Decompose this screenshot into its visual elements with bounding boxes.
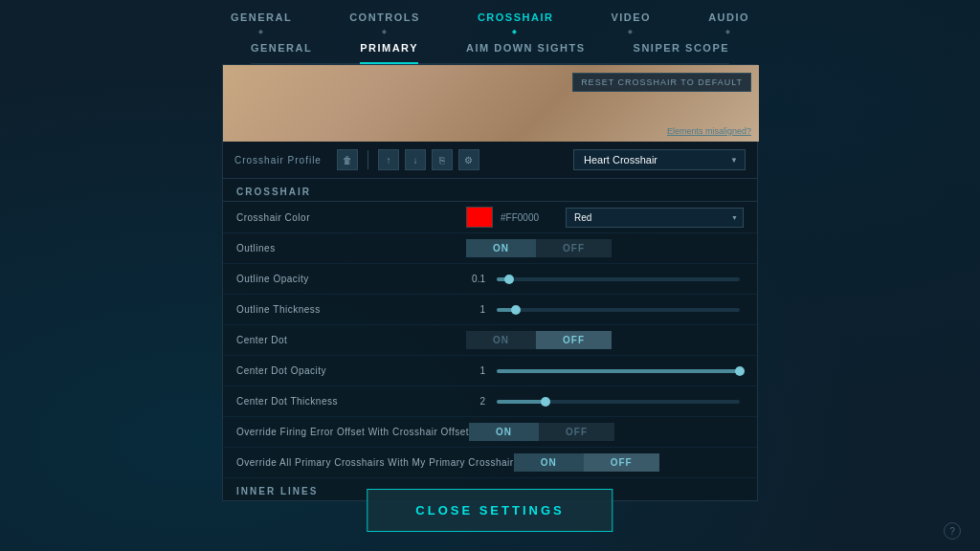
- center-dot-opacity-slider[interactable]: [497, 369, 740, 373]
- copy-profile-button[interactable]: ⎘: [432, 149, 453, 170]
- top-nav-crosshair[interactable]: CROSSHAIR: [478, 11, 554, 27]
- outline-opacity-label: Outline Opacity: [236, 274, 466, 284]
- delete-profile-button[interactable]: 🗑: [337, 149, 358, 170]
- center-dot-control: On Off: [466, 331, 744, 349]
- override-firing-off-button[interactable]: Off: [539, 423, 614, 441]
- top-nav-video[interactable]: VIDEO: [611, 11, 651, 27]
- center-dot-on-button[interactable]: On: [466, 331, 536, 349]
- setting-row-outline-opacity: Outline Opacity 0.1: [223, 264, 757, 295]
- top-nav-general[interactable]: GENERAL: [231, 11, 292, 27]
- sub-nav-sniper[interactable]: SNIPER SCOPE: [634, 42, 730, 57]
- outlines-label: Outlines: [236, 243, 466, 253]
- center-dot-off-button[interactable]: Off: [536, 331, 612, 349]
- setting-row-outline-thickness: Outline Thickness 1: [223, 295, 757, 325]
- center-dot-thickness-label: Center Dot Thickness: [236, 396, 466, 407]
- center-dot-thickness-control: 2: [466, 396, 744, 407]
- crosshair-section-header: CROSSHAIR: [223, 179, 757, 202]
- center-dot-toggle: On Off: [466, 331, 612, 349]
- setting-row-override-primary: Override All Primary Crosshairs With My …: [223, 448, 757, 478]
- override-firing-label: Override Firing Error Offset With Crossh…: [236, 427, 469, 437]
- outline-opacity-control: 0.1: [466, 274, 744, 284]
- override-primary-toggle: On Off: [514, 453, 659, 472]
- top-nav: GENERAL CONTROLS CROSSHAIR VIDEO AUDIO: [231, 0, 749, 33]
- sub-nav: GENERAL PRIMARY AIM DOWN SIGHTS SNIPER S…: [251, 33, 729, 64]
- elements-misaligned-link[interactable]: Elements misaligned?: [667, 126, 751, 136]
- crosshair-color-label: Crosshair Color: [236, 212, 466, 223]
- settings-panel: RESET CROSSHAIR TO DEFAULT Elements misa…: [222, 64, 758, 501]
- setting-row-center-dot: Center Dot On Off: [223, 325, 757, 356]
- settings-content: CROSSHAIR Crosshair Color #FF0000 RedGre…: [223, 179, 757, 500]
- outlines-toggle: On Off: [466, 239, 612, 257]
- outline-opacity-value: 0.1: [466, 274, 485, 284]
- color-swatch[interactable]: [466, 207, 493, 228]
- sub-nav-ads[interactable]: AIM DOWN SIGHTS: [466, 42, 586, 57]
- override-firing-toggle: On Off: [469, 423, 614, 441]
- override-firing-control: On Off: [469, 423, 744, 441]
- center-dot-thickness-value: 2: [466, 396, 485, 407]
- color-select[interactable]: RedGreenBlueWhiteCustom: [566, 208, 744, 228]
- center-dot-opacity-value: 1: [466, 365, 485, 376]
- help-icon[interactable]: ?: [944, 522, 961, 540]
- profile-select-wrap: Heart Crosshair Default Dot Circle: [573, 149, 746, 170]
- outlines-on-button[interactable]: On: [466, 239, 536, 257]
- setting-row-override-firing: Override Firing Error Offset With Crossh…: [223, 417, 757, 448]
- center-dot-opacity-control: 1: [466, 365, 744, 376]
- close-settings-button[interactable]: CLOSE SETTINGS: [367, 489, 612, 532]
- profile-select[interactable]: Heart Crosshair Default Dot Circle: [573, 149, 746, 170]
- center-dot-label: Center Dot: [236, 335, 466, 345]
- center-dot-opacity-label: Center Dot Opacity: [236, 365, 466, 376]
- override-firing-on-button[interactable]: On: [469, 423, 539, 441]
- override-primary-control: On Off: [514, 453, 744, 472]
- download-profile-button[interactable]: ↓: [405, 149, 426, 170]
- color-hex-value: #FF0000: [501, 212, 558, 223]
- top-nav-audio[interactable]: AUDIO: [708, 11, 749, 27]
- sub-nav-primary[interactable]: PRIMARY: [360, 42, 418, 57]
- setting-row-center-dot-thickness: Center Dot Thickness 2: [223, 386, 757, 417]
- override-primary-label: Override All Primary Crosshairs With My …: [236, 457, 514, 468]
- center-dot-thickness-slider[interactable]: [497, 400, 740, 404]
- profile-icon-divider: [368, 150, 368, 169]
- close-settings-wrap: CLOSE SETTINGS: [367, 489, 612, 532]
- override-primary-off-button[interactable]: Off: [584, 453, 659, 472]
- outline-thickness-slider[interactable]: [497, 308, 740, 312]
- top-nav-controls[interactable]: CONTROLS: [349, 11, 420, 27]
- outline-opacity-slider[interactable]: [497, 277, 740, 281]
- outline-thickness-value: 1: [466, 304, 485, 315]
- outline-thickness-label: Outline Thickness: [236, 304, 466, 315]
- color-select-wrap: RedGreenBlueWhiteCustom: [566, 208, 744, 228]
- reset-crosshair-button[interactable]: RESET CROSSHAIR TO DEFAULT: [572, 73, 751, 92]
- crosshair-color-control: #FF0000 RedGreenBlueWhiteCustom: [466, 207, 744, 228]
- share-profile-button[interactable]: ↑: [378, 149, 399, 170]
- outlines-control: On Off: [466, 239, 744, 257]
- settings-profile-button[interactable]: ⚙: [458, 149, 479, 170]
- sub-nav-general[interactable]: GENERAL: [251, 42, 312, 57]
- profile-label: Crosshair Profile: [234, 155, 322, 165]
- profile-bar: Crosshair Profile 🗑 ↑ ↓ ⎘ ⚙ Heart Crossh…: [223, 142, 757, 179]
- override-primary-on-button[interactable]: On: [514, 453, 584, 472]
- setting-row-center-dot-opacity: Center Dot Opacity 1: [223, 356, 757, 386]
- setting-row-outlines: Outlines On Off: [223, 233, 757, 264]
- outlines-off-button[interactable]: Off: [536, 239, 612, 257]
- setting-row-crosshair-color: Crosshair Color #FF0000 RedGreenBlueWhit…: [223, 202, 757, 233]
- crosshair-preview: RESET CROSSHAIR TO DEFAULT Elements misa…: [223, 65, 759, 142]
- profile-icons: 🗑 ↑ ↓ ⎘ ⚙: [337, 149, 479, 170]
- outline-thickness-control: 1: [466, 304, 744, 315]
